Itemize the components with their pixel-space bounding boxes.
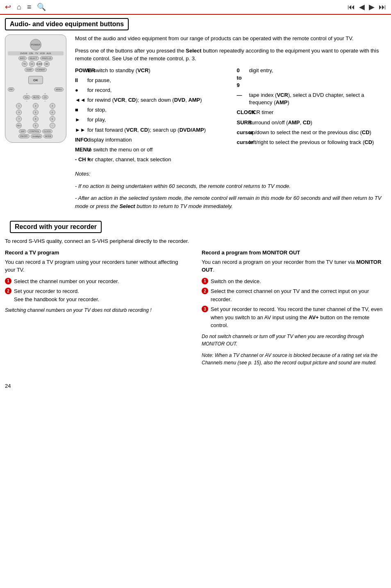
section2-title: Record with your recorder <box>15 223 97 231</box>
sap-button[interactable]: SAP <box>19 129 26 133</box>
ch-button[interactable]: CH <box>42 95 48 99</box>
ch-symbol: - CH + <box>75 156 84 163</box>
preplus-button[interactable]: PREPLUS <box>40 56 53 60</box>
control-button[interactable]: CONTROL <box>27 129 41 133</box>
ff-symbol: ►► <box>75 126 84 134</box>
two-column-layout: Record a TV program You can record a TV … <box>5 249 386 366</box>
btn-power: POWER to switch to standby (VCR) <box>75 67 225 74</box>
step2-number-2: 2 <box>202 288 208 294</box>
bottom-row: SAP CONTROL CLOCK <box>8 129 64 133</box>
steps2-list: 1 Switch on the device. 2 Select the cor… <box>202 277 386 329</box>
skip-fwd-icon[interactable]: ⏭ <box>379 3 386 11</box>
step2-3: 3 Set your recorder to record. You recor… <box>202 305 386 329</box>
record-symbol: ● <box>75 87 84 94</box>
subsection2-text: You can record a program on your recorde… <box>202 258 386 274</box>
tv-button[interactable]: TV <box>22 61 27 67</box>
ambilight-row: ON/OFF Ambilight MODE <box>8 134 64 138</box>
menu-symbol: MENU <box>75 146 84 153</box>
remote-control: POWER DVD/R CBL TV VCR AUX INFO SELECT P… <box>5 34 66 143</box>
btn-rewind: ◄◄ for rewind (VCR, CD); search down (DV… <box>75 96 225 104</box>
num9-button[interactable]: 9 <box>50 116 55 122</box>
note2-italic: Do not switch channels or turn off your … <box>202 333 386 348</box>
num4-button[interactable]: 4 <box>16 110 22 115</box>
note1-text: - If no action is being undertaken withi… <box>75 182 386 190</box>
digits-symbol: 0 to 9 <box>237 67 246 89</box>
btn-surr: SURR surround on/off (AMP, CD) <box>237 119 386 126</box>
pip-button[interactable]: PIP <box>8 87 14 92</box>
clock-symbol: CLOCK <box>237 109 246 116</box>
ok-button[interactable]: OK <box>28 76 43 84</box>
play-symbol: ► <box>75 116 84 124</box>
surf-button[interactable]: SURF <box>25 68 34 72</box>
btn-stop: ■ for stop, <box>75 106 225 114</box>
btn-dash: — tape index (VCR), select a DVD chapter… <box>237 92 386 106</box>
next-icon[interactable]: ▶ <box>369 2 375 11</box>
intro1-text: Most of the audio and video equipment fr… <box>75 34 386 43</box>
info-symbol: INFO <box>75 136 84 144</box>
section1-text: Most of the audio and video equipment fr… <box>75 34 386 214</box>
clock-button[interactable]: CLOCK <box>42 129 52 133</box>
skip-back-icon[interactable]: ⏮ <box>348 3 355 11</box>
num8-button[interactable]: 8 <box>33 116 39 122</box>
note2-text: - After an action in the selected system… <box>75 194 386 210</box>
steps1-list: 1 Select the channel number on your reco… <box>5 277 189 304</box>
power-button[interactable]: POWER <box>30 39 41 50</box>
col-left: Record a TV program You can record a TV … <box>5 249 189 366</box>
home-icon[interactable]: ⌂ <box>17 3 21 11</box>
dash-button[interactable]: − <box>50 123 55 128</box>
subsection1-text: You can record a TV program using your r… <box>5 258 189 274</box>
mode-button[interactable]: MODE <box>43 134 53 138</box>
dash-symbol2: — <box>237 92 246 99</box>
power-symbol: POWER <box>75 67 84 74</box>
num3-button[interactable]: 3 <box>50 103 55 109</box>
step2-number-1: 1 <box>202 278 208 284</box>
vol-button[interactable]: VOL <box>23 95 30 99</box>
mode-bar: DVD/R CBL TV VCR AUX <box>8 51 64 55</box>
stop-symbol: ■ <box>75 106 84 114</box>
hd-button[interactable]: HD <box>44 61 50 67</box>
btn-cursor-updown: cursor up/down to select the next or the… <box>237 129 386 136</box>
format-button[interactable]: FORMAT <box>35 68 47 72</box>
prev-icon[interactable]: ◀ <box>359 2 365 11</box>
btn-09: 0 to 9 digit entry, <box>237 67 386 89</box>
col-right: Record a program from MONITOR OUT You ca… <box>202 249 386 366</box>
surr-symbol: SURR <box>237 119 246 126</box>
subsection2-title: Record a program from MONITOR OUT <box>202 249 386 256</box>
av-button[interactable]: AV+ <box>16 123 22 128</box>
search-icon[interactable]: 🔍 <box>37 2 46 11</box>
btn-ch: - CH + for chapter, channel, track selec… <box>75 156 225 163</box>
btn-play: ► for play, <box>75 116 225 124</box>
section1-content: POWER DVD/R CBL TV VCR AUX INFO SELECT P… <box>0 34 391 214</box>
section2-header: Record with your recorder <box>10 221 102 233</box>
section2-intro: To record S-VHS quality, connect an S-VH… <box>5 237 386 245</box>
cc-button[interactable]: CC <box>29 61 35 67</box>
btn-ff: ►► for fast forward (VCR, CD); search up… <box>75 126 225 134</box>
button-descriptions: POWER to switch to standby (VCR) II for … <box>75 67 386 166</box>
surr-button[interactable]: SURR <box>36 61 42 67</box>
doc-icon[interactable]: ≡ <box>27 3 32 11</box>
btn-col-right: 0 to 9 digit entry, — tape index (VCR), … <box>237 67 386 166</box>
step1-1: 1 Select the channel number on your reco… <box>5 277 189 286</box>
back-icon[interactable]: ↩ <box>5 2 11 11</box>
num1-button[interactable]: 1 <box>16 103 22 109</box>
num2-button[interactable]: 2 <box>33 103 39 109</box>
num7-button[interactable]: 7 <box>16 116 22 122</box>
step-number-1: 1 <box>5 278 11 284</box>
info-button[interactable]: INFO <box>18 56 27 60</box>
select-button[interactable]: SELECT <box>28 56 39 60</box>
note-italic: Switching channel numbers on your TV doe… <box>5 307 189 314</box>
btn-pause: II for pause, <box>75 77 225 84</box>
num5-button[interactable]: 5 <box>33 110 39 115</box>
num6-button[interactable]: 6 <box>50 110 55 115</box>
remote-illustration: POWER DVD/R CBL TV VCR AUX INFO SELECT P… <box>5 34 68 214</box>
section1-title: Audio- and video equipment buttons <box>10 21 124 28</box>
intro2-text: Press one of the buttons after you press… <box>75 47 386 63</box>
num0-button[interactable]: 0 <box>33 123 39 128</box>
mute-button[interactable]: MUTE <box>32 95 41 99</box>
onoff-button[interactable]: ON/OFF <box>18 134 30 138</box>
ambilight-button[interactable]: Ambilight <box>31 134 43 138</box>
notes-section: Notes: - If no action is being undertake… <box>75 170 386 210</box>
btn-clock: CLOCK VCR timer <box>237 109 386 116</box>
btn-record: ● for record, <box>75 87 225 94</box>
menu-button[interactable]: MENU <box>54 87 64 92</box>
